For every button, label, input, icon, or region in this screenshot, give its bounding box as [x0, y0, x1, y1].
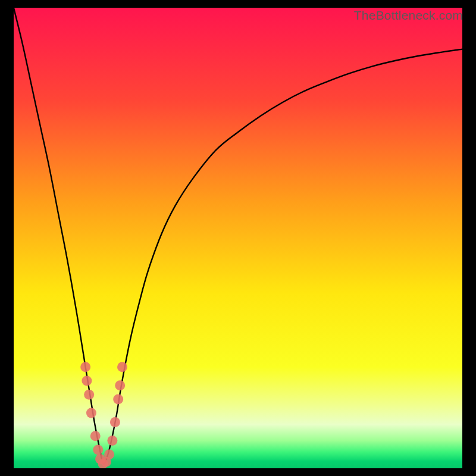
dot: [117, 362, 127, 372]
dot: [107, 436, 117, 446]
watermark-text: TheBottleneck.com: [354, 8, 463, 23]
chart-background: [14, 8, 462, 468]
dot: [90, 431, 101, 441]
dot: [93, 445, 103, 455]
dot: [104, 449, 114, 459]
dot: [113, 394, 123, 404]
dot: [80, 362, 90, 372]
dot: [84, 390, 94, 400]
dot: [82, 375, 92, 386]
dot: [115, 380, 125, 390]
dot: [110, 417, 120, 427]
dot: [86, 408, 96, 418]
bottleneck-chart: [14, 8, 462, 468]
chart-frame: TheBottleneck.com: [0, 0, 476, 476]
